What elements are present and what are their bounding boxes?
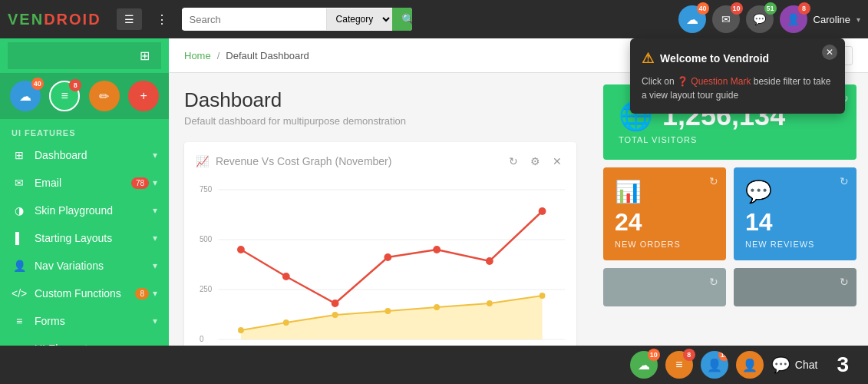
sidebar-item-forms[interactable]: ≡ Forms ▾ — [0, 307, 169, 335]
stat-reviews-refresh[interactable]: ↻ — [840, 175, 849, 187]
svg-point-27 — [486, 257, 493, 265]
custom-functions-arrow: ▾ — [153, 288, 157, 299]
chat-button[interactable]: 💬 Chat — [771, 356, 818, 374]
chart-actions: ↻ ⚙ ✕ — [506, 154, 565, 169]
forms-arrow: ▾ — [153, 316, 157, 326]
popup-close-button[interactable]: ✕ — [822, 45, 837, 60]
notification-popup: ⚠ Welcome to Vendroid ✕ Click on ❓ Quest… — [630, 38, 845, 114]
cloud-icon-btn[interactable]: ☁ 40 — [678, 5, 706, 33]
sidebar-edit-btn[interactable]: ✏ — [89, 81, 120, 111]
sidebar-label-nav-variations: Nav Variations — [35, 260, 153, 272]
stat-cards-bottom-row: ↻ ↻ — [603, 268, 856, 306]
svg-point-19 — [434, 304, 440, 310]
user-dropdown-arrow[interactable]: ▾ — [856, 15, 860, 24]
chart-header: 📈 Revenue Vs Cost Graph (November) ↻ ⚙ ✕ — [196, 154, 565, 169]
email-icon-btn[interactable]: ✉ 10 — [712, 5, 740, 33]
sidebar-add-btn[interactable]: + — [128, 81, 159, 111]
reviews-number: 14 — [745, 208, 773, 237]
stat-card-new-orders: ↻ 📊 24 NEW ORDERS — [603, 167, 726, 260]
search-input[interactable] — [182, 9, 326, 30]
stat-extra2-refresh[interactable]: ↻ — [840, 276, 849, 288]
sidebar-label-skin-playground: Skin Playground — [35, 204, 153, 217]
sidebar-item-custom-functions[interactable]: </> Custom Functions 8 ▾ — [0, 280, 169, 307]
sidebar-label-email: Email — [35, 177, 131, 189]
stat-card-new-reviews: ↻ 💬 14 NEW REVIEWS — [734, 167, 856, 260]
sidebar-label-dashboard: Dashboard — [35, 149, 153, 161]
chart-svg: 750 500 250 0 2 4 6 — [196, 180, 565, 346]
chat-icon-btn[interactable]: 💬 51 — [746, 5, 774, 33]
orders-icon: 📊 — [615, 179, 642, 204]
category-select[interactable]: Category — [326, 8, 392, 30]
svg-point-16 — [283, 319, 289, 326]
stat-orders-refresh[interactable]: ↻ — [709, 175, 718, 187]
sidebar-list-btn[interactable]: ≡ 8 — [49, 81, 80, 111]
chart-close-btn[interactable]: ✕ — [550, 154, 565, 169]
stat-extra-refresh[interactable]: ↻ — [709, 276, 718, 288]
chat-icon: 💬 — [753, 13, 766, 25]
bottom-avatar-1[interactable]: 👤 10 — [701, 351, 728, 379]
page-title: Dashboard — [184, 88, 576, 112]
skin-playground-arrow: ▾ — [153, 205, 157, 216]
sidebar-grid-button[interactable]: ⊞ — [8, 42, 161, 69]
breadcrumb-current: Default Dashboard — [226, 50, 309, 61]
sidebar-item-nav-variations[interactable]: 👤 Nav Variations ▾ — [0, 252, 169, 280]
svg-point-21 — [540, 293, 546, 299]
starting-layouts-arrow: ▾ — [153, 233, 157, 243]
nav-right-icons: ☁ 40 ✉ 10 💬 51 👤 8 Caroline ▾ — [678, 5, 860, 33]
svg-point-24 — [332, 300, 339, 307]
user-icon: 👤 — [787, 13, 800, 25]
chart-refresh-btn[interactable]: ↻ — [506, 154, 521, 169]
sidebar-item-dashboard[interactable]: ⊞ Dashboard ▾ — [0, 141, 169, 169]
svg-text:250: 250 — [200, 285, 213, 293]
starting-layouts-icon: ▌ — [12, 232, 27, 244]
avatar1-badge: 10 — [718, 351, 728, 361]
svg-text:750: 750 — [200, 185, 213, 194]
skin-playground-icon: ◑ — [12, 204, 27, 217]
svg-text:0: 0 — [200, 335, 204, 343]
search-button[interactable]: 🔍 — [392, 8, 412, 31]
chat-bubble-icon: 💬 — [771, 356, 790, 374]
user-name[interactable]: Caroline — [814, 14, 850, 25]
sidebar-section-label: UI Features — [0, 119, 169, 141]
sidebar-label-custom-functions: Custom Functions — [35, 287, 135, 300]
breadcrumb-home[interactable]: Home — [184, 50, 211, 61]
sidebar-cloud-btn[interactable]: ☁ 40 — [10, 81, 41, 111]
avatar2-icon: 👤 — [736, 351, 764, 379]
sidebar-item-email[interactable]: ✉ Email 78 ▾ — [0, 169, 169, 197]
email-icon: ✉ — [721, 13, 731, 25]
chart-area: 750 500 250 0 2 4 6 — [196, 180, 565, 346]
email-arrow: ▾ — [153, 177, 157, 188]
forms-icon: ≡ — [12, 315, 27, 327]
page-content: Dashboard Default dashboard for multipur… — [169, 73, 868, 346]
svg-point-18 — [384, 308, 391, 314]
email-badge: 10 — [731, 2, 743, 15]
avatar-btn[interactable]: 👤 8 — [780, 5, 807, 33]
sidebar-item-starting-layouts[interactable]: ▌ Starting Layouts ▾ — [0, 224, 169, 252]
bottom-cloud-btn[interactable]: ☁ 10 — [630, 351, 658, 379]
email-nav-icon: ✉ — [12, 177, 27, 189]
svg-point-17 — [332, 312, 338, 318]
cloud-badge: 40 — [697, 2, 709, 15]
search-container: Category 🔍 — [182, 8, 412, 31]
bottom-list-badge: 8 — [683, 349, 695, 361]
reviews-icon: 💬 — [745, 179, 772, 204]
popup-text: Click on ❓ Question Mark beside filter t… — [642, 74, 833, 102]
sidebar-cloud-badge: 40 — [31, 78, 44, 90]
stat-card-extra2: ↻ — [734, 268, 856, 306]
dashboard-arrow: ▾ — [153, 150, 157, 161]
dots-menu-button[interactable]: ⋮ — [150, 8, 174, 31]
sidebar: ⊞ ☁ 40 ≡ 8 ✏ + UI Features ⊞ Dashboard ▾… — [0, 38, 169, 346]
custom-functions-badge: 8 — [135, 288, 149, 300]
stat-card-extra: ↻ — [603, 268, 726, 306]
visitors-label: TOTAL VISITORS — [619, 135, 841, 144]
hamburger-button[interactable]: ☰ — [117, 8, 142, 30]
chat-label: Chat — [795, 359, 818, 371]
svg-text:500: 500 — [200, 235, 213, 243]
sidebar-quick-icons: ☁ 40 ≡ 8 ✏ + — [0, 73, 169, 119]
chart-settings-btn[interactable]: ⚙ — [527, 154, 543, 169]
logo-text-ven: VEN — [8, 11, 44, 28]
sidebar-item-ui-elements[interactable]: ✂ UI Elements ▾ — [0, 335, 169, 346]
bottom-list-btn[interactable]: ≡ 8 — [665, 351, 693, 379]
bottom-avatar-2[interactable]: 👤 — [736, 351, 764, 379]
sidebar-item-skin-playground[interactable]: ◑ Skin Playground ▾ — [0, 197, 169, 224]
